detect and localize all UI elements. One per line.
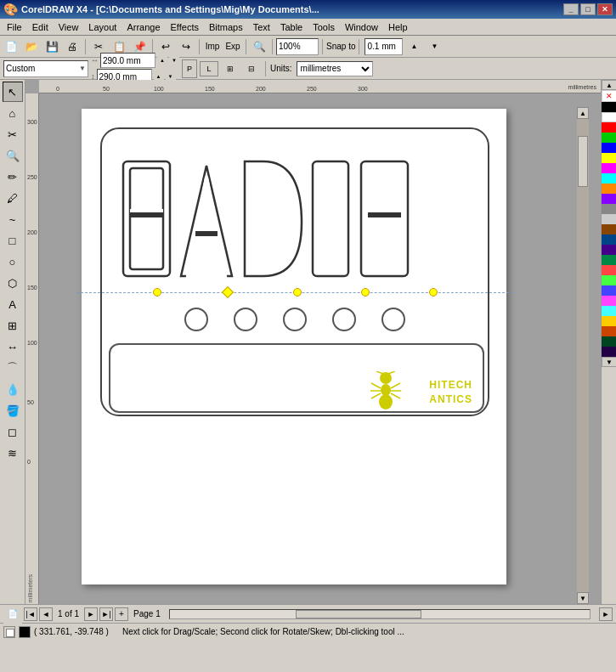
lightgreen-swatch[interactable] [602, 275, 616, 285]
menu-view[interactable]: View [54, 20, 84, 34]
artistic-media-tool[interactable]: ~ [3, 209, 23, 229]
nudge-up-button[interactable]: ▲ [404, 37, 423, 56]
width-input[interactable] [100, 53, 155, 68]
white-swatch[interactable] [602, 112, 616, 122]
aqua-swatch[interactable] [602, 306, 616, 316]
next-page-button[interactable]: ► [84, 607, 98, 621]
connector-tool[interactable]: ⌒ [3, 358, 23, 378]
menu-effects[interactable]: Effects [166, 20, 204, 34]
polygon-tool[interactable]: ⬡ [3, 273, 23, 293]
menu-tools[interactable]: Tools [308, 20, 340, 34]
first-page-button[interactable]: |◄ [24, 607, 37, 621]
landscape-button[interactable]: L [200, 61, 218, 76]
scroll-down-button[interactable]: ▼ [577, 592, 589, 604]
cyan-swatch[interactable] [602, 173, 616, 184]
page-size-button[interactable]: ⊟ [242, 59, 261, 78]
fill-tool[interactable]: 🪣 [3, 400, 23, 421]
ctrl-point-3[interactable] [361, 288, 370, 296]
lightred-swatch[interactable] [602, 265, 616, 275]
open-button[interactable]: 📂 [22, 37, 41, 56]
blue-swatch[interactable] [602, 143, 616, 153]
units-select[interactable]: millimetres inches pixels [297, 61, 373, 76]
menu-file[interactable]: File [2, 20, 27, 34]
no-color-swatch[interactable]: ✕ [602, 90, 616, 102]
redo-button[interactable]: ↪ [177, 37, 195, 56]
violet-swatch[interactable] [602, 245, 616, 255]
page-size-select[interactable]: Custom ▼ [3, 60, 88, 77]
brown-swatch[interactable] [602, 224, 616, 234]
teal-swatch[interactable] [602, 255, 616, 265]
outline-tool[interactable]: ◻ [3, 421, 23, 442]
crop-tool[interactable]: ✂ [3, 124, 23, 144]
stroke-indicator[interactable] [19, 626, 31, 638]
ctrl-point-2[interactable] [293, 288, 302, 296]
menu-bitmaps[interactable]: Bitmaps [204, 20, 248, 34]
scroll-track[interactable] [577, 119, 589, 592]
scrollbar-right[interactable]: ▲ ▼ [577, 107, 589, 604]
green-swatch[interactable] [602, 133, 616, 143]
close-button[interactable]: ✕ [597, 3, 613, 15]
ellipse-tool[interactable]: ○ [3, 251, 23, 272]
units-down-button[interactable]: ▼ [169, 57, 179, 65]
menu-text[interactable]: Text [248, 20, 275, 34]
dimension-tool[interactable]: ↔ [3, 336, 23, 357]
import-button[interactable]: Imp [203, 37, 222, 56]
export-button[interactable]: Exp [223, 37, 242, 56]
pink-swatch[interactable] [602, 296, 616, 306]
new-button[interactable]: 📄 [2, 37, 20, 56]
add-page-button[interactable]: + [115, 607, 128, 621]
zoom-in-button[interactable]: 🔍 [250, 37, 268, 56]
rust-swatch[interactable] [602, 326, 616, 336]
menu-layout[interactable]: Layout [83, 20, 122, 34]
gray-swatch[interactable] [602, 204, 616, 214]
scroll-up-button[interactable]: ▲ [577, 107, 589, 119]
menu-window[interactable]: Window [340, 20, 383, 34]
save-button[interactable]: 💾 [42, 37, 61, 56]
last-page-button[interactable]: ►| [99, 607, 113, 621]
magenta-swatch[interactable] [602, 163, 616, 173]
pen-tool[interactable]: 🖊 [3, 188, 23, 208]
nudge-down-button[interactable]: ▼ [425, 37, 444, 56]
scroll-thumb[interactable] [578, 136, 588, 187]
h-scrollbar[interactable] [169, 609, 591, 619]
fill-indicator[interactable] [3, 626, 15, 638]
text-tool[interactable]: A [3, 294, 23, 314]
menu-help[interactable]: Help [383, 20, 413, 34]
facing-pages-button[interactable]: ⊞ [221, 59, 240, 78]
zoom-tool[interactable]: 🔍 [3, 145, 23, 166]
ctrl-point-4[interactable] [429, 288, 438, 296]
nudge-input[interactable] [365, 38, 403, 55]
ctrl-point-1[interactable] [153, 288, 161, 296]
zoom-input[interactable] [276, 38, 319, 55]
rectangle-tool[interactable]: □ [3, 230, 23, 251]
shape-tool[interactable]: ⌂ [3, 103, 23, 123]
palette-down-button[interactable]: ▼ [602, 357, 616, 367]
doc-icon[interactable]: 📄 [3, 605, 22, 624]
red-swatch[interactable] [602, 122, 616, 133]
navy-swatch[interactable] [602, 234, 616, 245]
yellow-swatch[interactable] [602, 153, 616, 163]
menu-arrange[interactable]: Arrange [122, 20, 165, 34]
freehand-tool[interactable]: ✏ [3, 167, 23, 187]
scroll-right-button[interactable]: ► [599, 607, 613, 621]
black-swatch[interactable] [602, 102, 616, 112]
dropper-tool[interactable]: 💧 [3, 379, 23, 399]
select-tool[interactable]: ↖ [3, 82, 23, 102]
menu-table[interactable]: Table [275, 20, 308, 34]
palette-up-button[interactable]: ▲ [602, 80, 616, 90]
blend-tool[interactable]: ≋ [3, 443, 23, 463]
portrait-button[interactable]: P [182, 59, 197, 78]
lightblue-swatch[interactable] [602, 285, 616, 296]
minimize-button[interactable]: _ [563, 3, 579, 15]
prev-page-button[interactable]: ◄ [39, 607, 53, 621]
orange-swatch[interactable] [602, 184, 616, 194]
units-up-button[interactable]: ▲ [157, 57, 167, 65]
darkgreen-swatch[interactable] [602, 336, 616, 347]
table-tool[interactable]: ⊞ [3, 315, 23, 336]
silver-swatch[interactable] [602, 214, 616, 224]
purple-swatch[interactable] [602, 194, 616, 204]
menu-edit[interactable]: Edit [27, 20, 54, 34]
canvas-content[interactable]: HITECH ANTICS [39, 93, 589, 604]
print-button[interactable]: 🖨 [63, 37, 82, 56]
h-scroll-thumb[interactable] [296, 610, 421, 618]
